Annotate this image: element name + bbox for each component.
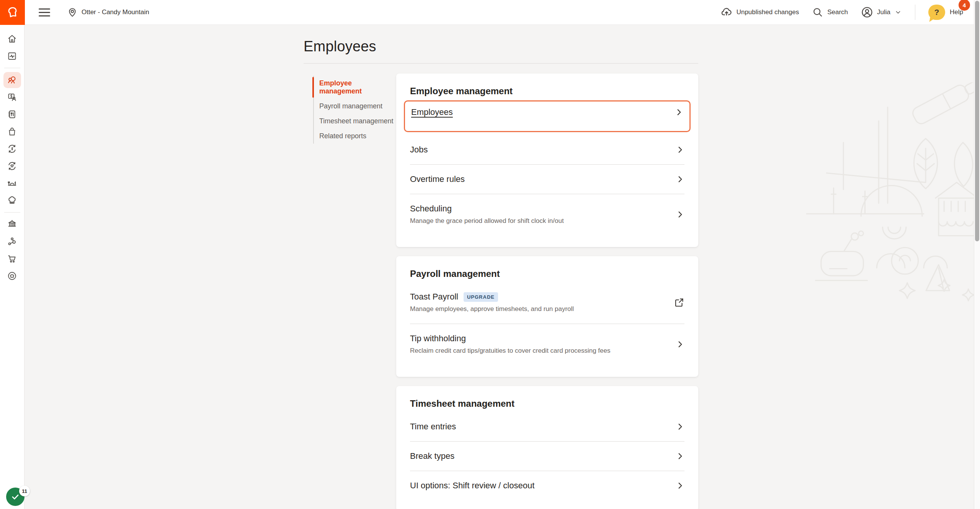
publish-changes-button[interactable]: 11 [6,488,24,506]
sidebar-item-home[interactable] [0,30,24,47]
dining-icon [7,178,17,188]
publish-count-badge: 11 [19,486,30,496]
hamburger-icon [39,8,50,10]
sidebar-item-takeout[interactable] [0,123,24,140]
hamburger-menu-button[interactable] [39,5,50,20]
bank-icon [7,219,17,229]
sidebar-item-marketing[interactable] [0,157,24,175]
card-employee-management: Employee management Employees Jobs Overt… [396,74,698,247]
external-link-icon [674,297,684,308]
subnav-item-employee-management[interactable]: Employee management [314,76,396,99]
subnav-item-payroll-management[interactable]: Payroll management [314,99,396,114]
card-title: Payroll management [410,268,684,279]
row-employees[interactable]: Employees [404,100,691,132]
sidebar-divider [4,68,20,68]
row-scheduling[interactable]: Scheduling Manage the grace period allow… [410,194,684,236]
takeout-bag-icon [7,126,17,137]
help-button[interactable]: ? Help 4 [928,5,969,20]
sidebar-item-employees[interactable] [0,71,24,88]
sidebar-item-front-of-house[interactable] [0,175,24,192]
background-illustration [806,82,975,304]
section-subnav: Employee management Payroll management T… [304,74,396,144]
cards-column: Employee management Employees Jobs Overt… [396,74,698,509]
row-toast-payroll[interactable]: Toast Payroll UPGRADE Manage employees, … [410,282,684,324]
search-label: Search [827,8,848,16]
payroll-icon [7,92,17,102]
row-subtitle: Manage employees, approve timesheets, an… [410,305,574,313]
subnav-item-related-reports[interactable]: Related reports [314,129,396,144]
search-icon [812,7,823,18]
employees-icon [7,75,17,85]
sidebar-item-integrations[interactable] [0,233,24,250]
row-jobs[interactable]: Jobs [410,135,684,164]
sidebar-item-payroll[interactable] [0,88,24,106]
location-label: Otter - Candy Mountain [82,8,149,16]
location-selector[interactable]: Otter - Candy Mountain [67,7,149,18]
home-icon [7,34,17,44]
row-tip-withholding[interactable]: Tip withholding Reclaim credit card tips… [410,324,684,366]
unpublished-changes-label: Unpublished changes [737,8,799,16]
chevron-right-icon [676,146,684,154]
toast-logo[interactable] [0,0,25,25]
row-time-entries[interactable]: Time entries [410,412,684,441]
card-timesheet-management: Timesheet management Time entries Break … [396,386,698,509]
analytics-icon [7,51,17,61]
sidebar-item-reports[interactable] [0,47,24,65]
title-divider [304,63,698,64]
payments-cycle-icon [7,144,17,154]
chef-hat-icon [7,195,17,206]
card-title: Employee management [410,86,684,97]
unpublished-changes-button[interactable]: Unpublished changes [720,6,799,18]
page-title: Employees [304,38,698,55]
upgrade-badge: UPGRADE [464,292,498,302]
user-menu[interactable]: Julia [861,6,902,18]
sidebar-item-kitchen[interactable] [0,192,24,209]
topbar: Otter - Candy Mountain Unpublished chang… [0,0,980,25]
sidebar-item-banking[interactable] [0,216,24,233]
row-break-types[interactable]: Break types [410,441,684,471]
row-subtitle: Reclaim credit card tips/gratuities to c… [410,347,610,355]
sidebar-item-shop[interactable] [0,250,24,267]
vertical-scrollbar[interactable] [974,0,980,509]
sidebar [0,25,24,509]
loyalty-cycle-icon [7,161,17,171]
toast-circle-icon [7,271,17,281]
scrollbar-thumb[interactable] [975,1,979,241]
chevron-right-icon [676,452,684,460]
topbar-right: Unpublished changes Search Julia ? Help [720,5,980,20]
sidebar-item-menus[interactable] [0,106,24,123]
row-overtime-rules[interactable]: Overtime rules [410,164,684,194]
share-network-icon [7,236,17,247]
user-avatar-icon [861,6,873,18]
sidebar-divider [4,212,20,213]
sidebar-item-toast-account[interactable] [0,267,24,285]
chevron-right-icon [676,422,684,431]
topbar-divider [915,5,915,20]
employees-link[interactable]: Employees [411,107,453,117]
subnav-item-timesheet-management[interactable]: Timesheet management [314,114,396,129]
sidebar-item-payments[interactable] [0,140,24,157]
chevron-right-icon [675,108,683,116]
search-button[interactable]: Search [812,7,848,18]
row-ui-options-shift-review[interactable]: UI options: Shift review / closeout [410,471,684,500]
checkmark-icon [10,492,20,502]
card-title: Timesheet management [410,398,684,409]
chevron-right-icon [676,340,684,349]
row-subtitle: Manage the grace period allowed for shif… [410,217,564,225]
cart-icon [7,254,17,264]
chevron-right-icon [676,175,684,183]
main-content: Employees Employee management Payroll ma… [24,25,980,509]
chevron-right-icon [676,481,684,490]
location-pin-icon [67,7,78,18]
user-name: Julia [877,8,890,16]
card-payroll-management: Payroll management Toast Payroll UPGRADE… [396,256,698,377]
chevron-down-icon [894,8,902,16]
help-bubble-icon: ? [928,5,945,20]
cloud-upload-icon [720,6,733,18]
help-notification-badge: 4 [959,0,970,11]
menu-book-icon [7,109,17,119]
toast-bread-icon [5,5,20,20]
page-content: Employees Employee management Payroll ma… [304,25,698,509]
chevron-right-icon [676,210,684,219]
